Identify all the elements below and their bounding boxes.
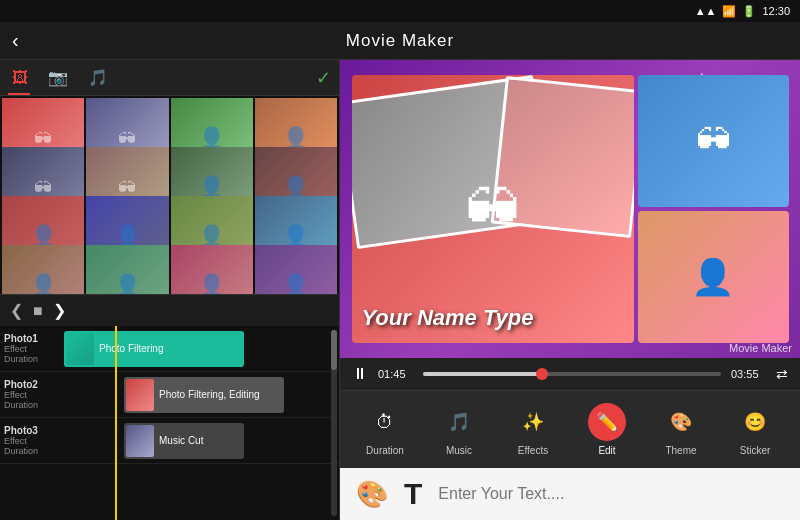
scrollbar-thumb[interactable]	[331, 330, 337, 370]
current-time: 01:45	[378, 368, 413, 380]
track-3-content[interactable]: Music Cut	[64, 423, 335, 459]
duration-label: Duration	[366, 445, 404, 456]
photo-cell[interactable]	[86, 245, 168, 294]
preview-photo-bottom: 👤	[638, 211, 789, 343]
track-2-effect: Effect	[4, 390, 60, 400]
playback-bar: ⏸ 01:45 03:55 ⇄	[340, 358, 800, 390]
tool-edit[interactable]: ✏️ Edit	[579, 403, 635, 456]
preview-area: ✦ ✧ ✦ ✧ ✦ ✦ 🕶 Your Name Type 🕶	[340, 60, 800, 358]
track-2-name: Photo2	[4, 379, 60, 390]
track-2-content[interactable]: Photo Filtering, Editing	[64, 377, 335, 413]
edit-icon: ✏️	[588, 403, 626, 441]
track-3-name: Photo3	[4, 425, 60, 436]
clip-photo-editing[interactable]: Photo Filtering, Editing	[124, 377, 284, 413]
timeline-cursor	[115, 326, 117, 520]
play-pause-button[interactable]: ⏸	[352, 365, 368, 383]
photo-grid	[0, 96, 339, 294]
preview-photo-top: 🕶	[638, 75, 789, 207]
clip-thumb-2	[126, 379, 154, 411]
photo-cell[interactable]	[171, 245, 253, 294]
track-3-label: Photo3 Effect Duration	[4, 425, 60, 456]
edit-label: Edit	[598, 445, 615, 456]
clip-thumb-3	[126, 425, 154, 457]
tool-duration[interactable]: ⏱ Duration	[357, 403, 413, 456]
sticker-label: Sticker	[740, 445, 771, 456]
theme-icon: 🎨	[662, 403, 700, 441]
track-1-duration: Duration	[4, 354, 60, 364]
back-button[interactable]: ‹	[12, 29, 19, 52]
sticker-icon: 😊	[736, 403, 774, 441]
text-input-area: 🎨 T	[340, 468, 800, 520]
progress-track[interactable]	[423, 372, 721, 376]
photo-cell[interactable]	[2, 245, 84, 294]
clip-music-cut[interactable]: Music Cut	[124, 423, 244, 459]
person-icon-bottom: 👤	[691, 257, 735, 298]
confirm-button[interactable]: ✓	[316, 67, 331, 89]
stop-button[interactable]: ■	[33, 302, 43, 320]
shuffle-button[interactable]: ⇄	[776, 366, 788, 382]
effects-label: Effects	[518, 445, 548, 456]
battery-icon: 🔋	[742, 5, 756, 18]
preview-side-photos: 🕶 👤	[638, 75, 789, 343]
wifi-icon: 📶	[722, 5, 736, 18]
track-1-label: Photo1 Effect Duration	[4, 333, 60, 364]
preview-collage: 🕶 Your Name Type 🕶 👤	[352, 75, 789, 343]
tool-effects[interactable]: ✨ Effects	[505, 403, 561, 456]
transport-bar: ❮ ■ ❯	[0, 294, 339, 326]
right-panel: ✦ ✧ ✦ ✧ ✦ ✦ 🕶 Your Name Type 🕶	[340, 60, 800, 520]
photo-cell[interactable]	[255, 245, 337, 294]
track-1-content[interactable]: Photo Filtering	[64, 331, 335, 367]
palette-icon[interactable]: 🎨	[356, 479, 388, 510]
preview-person-main: 🕶	[465, 177, 520, 241]
tab-camera[interactable]: 📷	[44, 64, 72, 91]
track-3-effect: Effect	[4, 436, 60, 446]
progress-handle[interactable]	[536, 368, 548, 380]
prev-button[interactable]: ❮	[10, 301, 23, 320]
duration-icon: ⏱	[366, 403, 404, 441]
next-button[interactable]: ❯	[53, 301, 66, 320]
clip-thumb-1	[66, 333, 94, 365]
header: ‹ Movie Maker	[0, 22, 800, 60]
text-format-icon[interactable]: T	[404, 477, 422, 511]
progress-fill	[423, 372, 542, 376]
track-3-duration: Duration	[4, 446, 60, 456]
track-2: Photo2 Effect Duration Photo Filtering, …	[0, 372, 339, 418]
tab-photo[interactable]: 🖼	[8, 65, 32, 91]
tab-music[interactable]: 🎵	[84, 64, 112, 91]
status-bar: ▲▲ 📶 🔋 12:30	[0, 0, 800, 22]
clip-label-1: Photo Filtering	[94, 343, 168, 354]
clip-label-2: Photo Filtering, Editing	[154, 389, 265, 400]
clip-photo-filtering[interactable]: Photo Filtering	[64, 331, 244, 367]
track-1-name: Photo1	[4, 333, 60, 344]
text-input-field[interactable]	[438, 476, 784, 512]
time-display: 12:30	[762, 5, 790, 17]
music-label: Music	[446, 445, 472, 456]
main-content: 🖼 📷 🎵 ✓ ❮ ■	[0, 60, 800, 520]
track-2-label: Photo2 Effect Duration	[4, 379, 60, 410]
tool-theme[interactable]: 🎨 Theme	[653, 403, 709, 456]
tool-sticker[interactable]: 😊 Sticker	[727, 403, 783, 456]
effects-icon: ✨	[514, 403, 552, 441]
track-3: Photo3 Effect Duration Music Cut	[0, 418, 339, 464]
music-icon: 🎵	[440, 403, 478, 441]
preview-brand: Movie Maker	[729, 342, 792, 354]
left-panel: 🖼 📷 🎵 ✓ ❮ ■	[0, 60, 340, 520]
track-1-effect: Effect	[4, 344, 60, 354]
active-tab-indicator	[8, 93, 30, 95]
app-title: Movie Maker	[346, 31, 454, 51]
person-icon-top: 🕶	[696, 121, 731, 161]
track-2-duration: Duration	[4, 400, 60, 410]
timeline: Photo1 Effect Duration Photo Filtering	[0, 326, 339, 520]
track-1: Photo1 Effect Duration Photo Filtering	[0, 326, 339, 372]
total-time: 03:55	[731, 368, 766, 380]
media-tabs: 🖼 📷 🎵 ✓	[0, 60, 339, 96]
bottom-toolbar: ⏱ Duration 🎵 Music ✨ Effects ✏️ Edit 🎨 T…	[340, 390, 800, 468]
preview-text-overlay: Your Name Type	[362, 305, 534, 331]
theme-label: Theme	[665, 445, 696, 456]
tool-music[interactable]: 🎵 Music	[431, 403, 487, 456]
clip-label-3: Music Cut	[154, 435, 208, 446]
signal-icon: ▲▲	[695, 5, 717, 17]
preview-main-photo: 🕶 Your Name Type	[352, 75, 634, 343]
